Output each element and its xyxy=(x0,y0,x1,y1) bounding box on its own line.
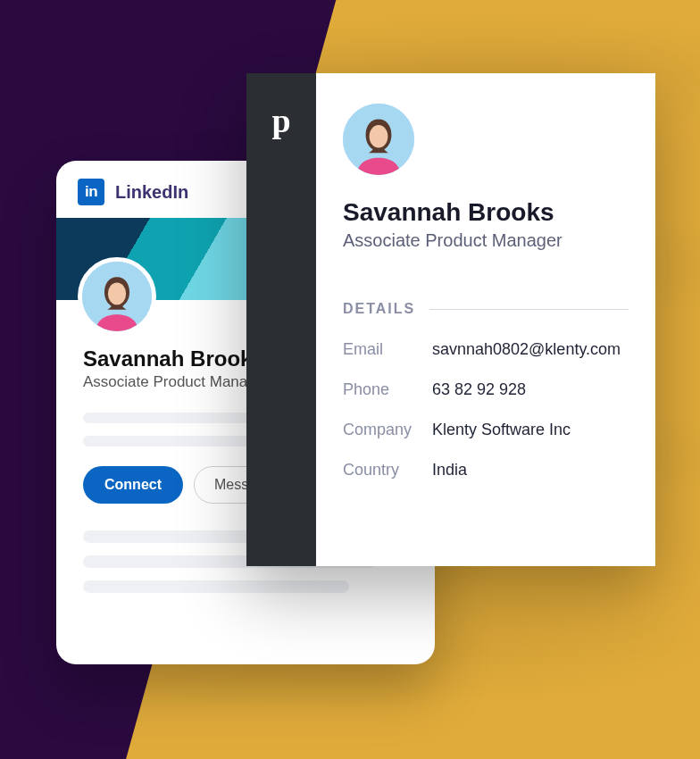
crm-card: p Savannah Brooks Associate Product Mana… xyxy=(246,73,655,566)
detail-value: 63 82 92 928 xyxy=(432,380,526,399)
linkedin-icon: in xyxy=(78,179,104,205)
avatar xyxy=(343,104,414,175)
connect-button[interactable]: Connect xyxy=(83,466,183,504)
profile-title: Associate Product Manager xyxy=(343,230,629,251)
detail-row-phone: Phone 63 82 92 928 xyxy=(343,380,629,399)
crm-body: Savannah Brooks Associate Product Manage… xyxy=(316,73,655,566)
detail-value: Klenty Software Inc xyxy=(432,421,571,439)
profile-name: Savannah Brooks xyxy=(343,198,629,227)
divider xyxy=(429,309,629,310)
detail-label: Country xyxy=(343,461,432,480)
avatar xyxy=(78,257,156,336)
detail-value: India xyxy=(432,461,467,480)
avatar-icon xyxy=(82,262,152,331)
pipedrive-icon: p xyxy=(271,104,290,566)
placeholder-line xyxy=(83,580,349,593)
detail-row-email: Email savnnah0802@klenty.com xyxy=(343,340,629,359)
detail-label: Company xyxy=(343,421,432,439)
detail-row-company: Company Klenty Software Inc xyxy=(343,421,629,439)
avatar-icon xyxy=(343,104,414,175)
detail-row-country: Country India xyxy=(343,461,629,480)
details-header: DETAILS xyxy=(343,301,629,317)
detail-label: Phone xyxy=(343,380,432,399)
linkedin-brand: LinkedIn xyxy=(115,182,188,203)
crm-sidebar: p xyxy=(246,73,316,566)
svg-point-3 xyxy=(370,125,388,148)
svg-point-1 xyxy=(108,282,126,304)
details-heading: DETAILS xyxy=(343,301,415,317)
detail-label: Email xyxy=(343,340,432,359)
detail-value: savnnah0802@klenty.com xyxy=(432,340,621,359)
